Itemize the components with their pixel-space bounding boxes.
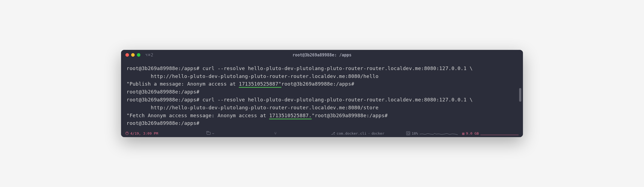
folder-icon <box>207 132 210 135</box>
memory-text: 9.0 GB <box>466 131 479 135</box>
command-text: curl --resolve hello-pluto-dev-plutolang… <box>199 97 473 102</box>
terminal-line-1: root@3b269a89988e:/apps# curl --resolve … <box>127 65 517 73</box>
terminal-window: ⌥⌘2 root@3b269a89988e: /apps root@3b269a… <box>121 50 523 137</box>
tab-indicator: ⌥⌘2 <box>145 53 154 58</box>
maximize-button[interactable] <box>137 53 140 57</box>
cwd-text: ~ <box>212 131 214 135</box>
command-text: http://hello-pluto-dev-plutolang-pluto-r… <box>127 105 378 110</box>
prompt: root@3b269a89988e:/apps# <box>281 81 354 87</box>
terminal-line-7: "Fetch Anonym access message: Anonym acc… <box>127 112 517 120</box>
title-bar: ⌥⌘2 root@3b269a89988e: /apps <box>121 50 523 60</box>
scrollbar[interactable] <box>519 88 521 102</box>
prompt: root@3b269a89988e:/apps# <box>127 120 199 126</box>
status-bar: 4/19, 3:09 PM ~ ⑂ ⎇ com.docker.cli ‹ doc… <box>121 129 523 137</box>
terminal-body[interactable]: root@3b269a89988e:/apps# curl --resolve … <box>121 60 523 129</box>
traffic-lights <box>125 53 140 57</box>
status-cpu: 18% <box>406 131 458 135</box>
memory-sparkline <box>480 131 519 135</box>
cpu-text: 18% <box>412 131 418 135</box>
timestamp-highlight: 1713510525887" <box>239 81 281 88</box>
terminal-line-6: http://hello-pluto-dev-plutolang-pluto-r… <box>127 104 517 112</box>
minimize-button[interactable] <box>131 53 135 57</box>
time-text: 4/19, 3:09 PM <box>130 131 158 135</box>
terminal-line-3: "Publish a message: Anonym access at 171… <box>127 80 517 88</box>
terminal-line-5: root@3b269a89988e:/apps# curl --resolve … <box>127 96 517 104</box>
git-icon: ⎇ <box>331 131 335 135</box>
cpu-icon <box>406 131 410 135</box>
response-text: "Publish a message: Anonym access at <box>127 81 239 87</box>
process-separator: ‹ <box>368 132 370 135</box>
response-text: "Fetch Anonym access message: Anonym acc… <box>127 113 269 118</box>
prompt: root@3b269a89988e:/apps# <box>127 89 199 95</box>
cpu-sparkline <box>420 131 458 135</box>
prompt: root@3b269a89988e:/apps# <box>315 113 388 118</box>
close-button[interactable] <box>125 53 129 57</box>
terminal-line-8: root@3b269a89988e:/apps# <box>127 119 517 127</box>
command-text: curl --resolve hello-pluto-dev-plutolang… <box>199 65 473 71</box>
status-branch: ⑂ <box>274 131 276 135</box>
branch-icon: ⑂ <box>274 131 276 135</box>
clock-icon <box>125 132 129 135</box>
terminal-line-2: http://hello-pluto-dev-plutolang-pluto-r… <box>127 73 517 80</box>
prompt: root@3b269a89988e:/apps# <box>127 65 199 71</box>
command-text: http://hello-pluto-dev-plutolang-pluto-r… <box>127 73 378 79</box>
terminal-line-4: root@3b269a89988e:/apps# <box>127 88 517 96</box>
timestamp-highlight: 1713510525887. <box>269 113 312 119</box>
status-process: ⎇ com.docker.cli ‹ docker <box>331 131 384 135</box>
status-cwd: ~ <box>207 131 214 135</box>
prompt: root@3b269a89988e:/apps# <box>127 97 199 102</box>
response-suffix: " <box>312 113 315 118</box>
status-time: 4/19, 3:09 PM <box>125 131 158 135</box>
process-left: com.docker.cli <box>337 131 367 135</box>
memory-icon: ▥ <box>462 131 464 135</box>
window-title: root@3b269a89988e: /apps <box>293 53 352 58</box>
status-memory: ▥ 9.0 GB <box>462 131 519 135</box>
process-right: docker <box>372 131 384 135</box>
